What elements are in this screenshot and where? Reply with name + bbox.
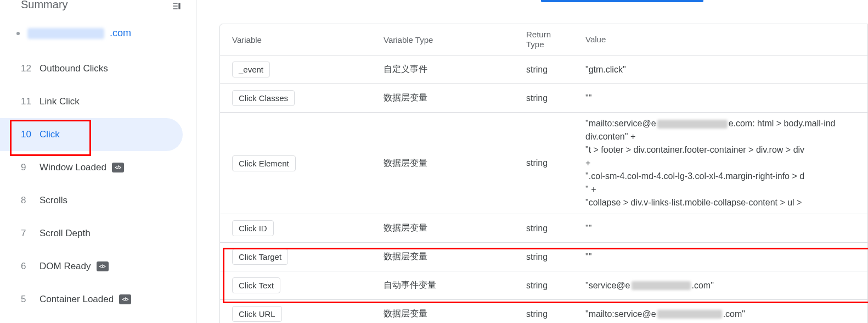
return-type-cell: string (526, 309, 585, 319)
variable-chip[interactable]: _event (232, 62, 270, 77)
domain-hostname-redacted (27, 28, 104, 39)
table-row: Click URL数据层变量string"mailto:service@e.co… (220, 299, 867, 323)
value-cell: "gtm.click" (585, 63, 867, 76)
variable-chip[interactable]: Click Element (232, 155, 296, 171)
table-row: _event自定义事件string"gtm.click" (220, 55, 867, 83)
return-type-cell: string (526, 158, 585, 168)
return-type-cell: string (526, 65, 585, 75)
domain-suffix: .com (110, 27, 131, 39)
redacted-text (632, 281, 691, 290)
variable-chip[interactable]: Click Target (232, 249, 288, 265)
table-row: Click Element数据层变量string"mailto:service@… (220, 112, 867, 214)
event-label: Scroll Depth (40, 228, 91, 239)
value-cell: "" (585, 222, 867, 235)
event-label: Outbound Clicks (40, 63, 108, 74)
table-row: Click Classes数据层变量string"" (220, 83, 867, 112)
event-item-link-click[interactable]: 11Link Click (0, 85, 183, 118)
return-type-cell: string (526, 93, 585, 103)
api-badge-icon: </> (112, 163, 124, 172)
variable-type-cell: 数据层变量 (384, 92, 526, 104)
event-item-scroll-depth[interactable]: 7Scroll Depth (0, 217, 183, 250)
event-number: 7 (21, 228, 40, 239)
event-label: Container Loaded (40, 294, 114, 305)
table-row: Click Text自动事件变量string"service@e.com" (220, 271, 867, 299)
event-label: Scrolls (40, 195, 67, 206)
variables-table: Variable Variable Type ReturnType Value … (219, 24, 868, 323)
variable-type-cell: 数据层变量 (384, 308, 526, 320)
value-cell: "" (585, 250, 867, 264)
value-cell: "" (585, 92, 867, 105)
event-item-dom-ready[interactable]: 6DOM Ready</> (0, 250, 183, 283)
variable-chip[interactable]: Click URL (232, 306, 282, 322)
header-value: Value (585, 34, 867, 46)
event-number: 6 (21, 261, 40, 272)
bullet-icon (16, 32, 20, 35)
collapse-panel-icon[interactable] (171, 0, 183, 12)
value-cell: "service@e.com" (585, 279, 867, 292)
event-label: Window Loaded (40, 162, 106, 173)
event-number: 9 (21, 162, 40, 173)
variable-type-cell: 数据层变量 (384, 251, 526, 263)
event-number: 12 (21, 63, 40, 74)
event-label: DOM Ready (40, 261, 91, 272)
event-item-scrolls[interactable]: 8Scrolls (0, 184, 183, 217)
event-number: 11 (21, 96, 40, 107)
event-item-click[interactable]: 10Click (0, 118, 183, 151)
active-tab-indicator (541, 0, 703, 2)
event-item-container-loaded[interactable]: 5Container Loaded</> (0, 283, 183, 316)
return-type-cell: string (526, 224, 585, 233)
event-label: Click (40, 129, 60, 140)
event-item-outbound-clicks[interactable]: 12Outbound Clicks (0, 52, 183, 85)
header-variable-type: Variable Type (384, 35, 526, 44)
api-badge-icon: </> (97, 261, 109, 271)
events-list: 12Outbound Clicks11Link Click10Click9Win… (0, 49, 196, 316)
variable-type-cell: 数据层变量 (384, 222, 526, 234)
value-cell: "mailto:service@e.com" (585, 308, 867, 321)
variable-chip[interactable]: Click Text (232, 277, 280, 293)
table-row: Click Target数据层变量string"" (220, 242, 867, 271)
variable-type-cell: 自动事件变量 (384, 280, 526, 291)
event-label: Link Click (40, 96, 80, 107)
event-item-window-loaded[interactable]: 9Window Loaded</> (0, 151, 183, 184)
summary-heading: Summary (21, 0, 68, 11)
event-number: 5 (21, 294, 40, 305)
redacted-text (657, 310, 722, 319)
variable-type-cell: 数据层变量 (384, 158, 526, 169)
return-type-cell: string (526, 281, 585, 291)
redacted-text (657, 120, 728, 129)
sidebar-domain-item[interactable]: .com (0, 20, 196, 49)
return-type-cell: string (526, 252, 585, 262)
variable-chip[interactable]: Click ID (232, 220, 274, 236)
api-badge-icon: </> (119, 294, 131, 304)
event-number: 10 (21, 129, 40, 140)
header-variable: Variable (220, 35, 384, 44)
header-return-type: ReturnType (526, 30, 585, 49)
table-row: Click ID数据层变量string"" (220, 214, 867, 242)
sidebar: Summary .com 12Outbound Clicks11Link Cli… (0, 0, 196, 323)
value-cell: "mailto:service@ee.com: html > body.mall… (585, 117, 867, 209)
variable-type-cell: 自定义事件 (384, 64, 526, 75)
table-header-row: Variable Variable Type ReturnType Value (220, 24, 867, 55)
variable-chip[interactable]: Click Classes (232, 90, 295, 106)
main-panel: Variable Variable Type ReturnType Value … (196, 0, 868, 323)
event-number: 8 (21, 195, 40, 206)
